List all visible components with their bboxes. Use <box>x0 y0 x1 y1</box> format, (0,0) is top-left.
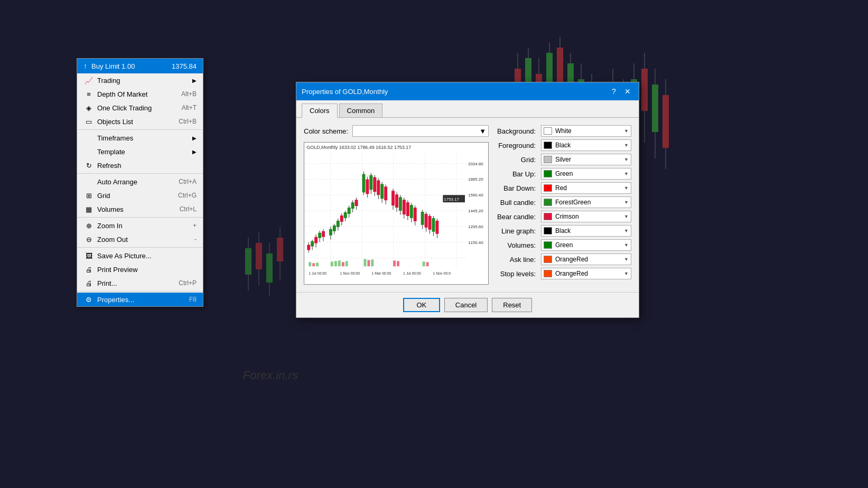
color-arrow-1: ▼ <box>624 143 629 148</box>
svg-text:1 Nov 00:00: 1 Nov 00:00 <box>340 271 360 275</box>
chart-info-text: GOLD,Monthly 1633.02 1786.49 1616.52 175… <box>306 145 411 150</box>
menu-divider <box>77 291 203 292</box>
savepic-icon: 🖼 <box>83 251 94 260</box>
svg-rect-122 <box>316 262 319 266</box>
color-dropdown-1[interactable]: Black▼ <box>541 139 631 151</box>
menu-item-trading[interactable]: 📈Trading▶ <box>77 73 203 87</box>
-icon <box>83 147 94 156</box>
color-name-0: White <box>555 127 621 135</box>
dialog-help-button[interactable]: ? <box>608 86 620 97</box>
dialog-close-button[interactable]: ✕ <box>622 86 633 97</box>
menu-item-one-click-trading[interactable]: ◈One Click TradingAlt+T <box>77 101 203 115</box>
svg-text:2034.80: 2034.80 <box>468 162 483 166</box>
svg-rect-29 <box>662 95 669 148</box>
reset-button[interactable]: Reset <box>492 298 532 312</box>
menu-item-label-print: Print... <box>97 279 174 287</box>
menu-item-shortcut-zoom-in: + <box>193 222 197 229</box>
menu-item-label-volumes: Volumes <box>97 205 175 213</box>
svg-text:1753.17: 1753.17 <box>444 197 459 202</box>
svg-text:1 Jul 00:00: 1 Jul 00:00 <box>309 271 326 275</box>
menu-item-arrow-template: ▶ <box>192 149 197 155</box>
tab-colors[interactable]: Colors <box>302 104 338 118</box>
menu-item-label-properties: Properties... <box>97 296 185 304</box>
svg-rect-101 <box>399 197 402 211</box>
color-dropdown-6[interactable]: Crimson▼ <box>541 211 631 222</box>
color-dropdown-4[interactable]: Red▼ <box>541 182 631 194</box>
svg-text:1885.20: 1885.20 <box>468 177 483 182</box>
menu-header-label: Buy Limit 1.00 <box>91 62 135 70</box>
menu-item-zoom-out[interactable]: ⊖Zoom Out- <box>77 232 203 246</box>
menu-item-zoom-in[interactable]: ⊕Zoom In+ <box>77 219 203 232</box>
svg-rect-25 <box>641 69 648 111</box>
menu-item-arrow-trading: ▶ <box>192 78 197 83</box>
svg-rect-71 <box>337 221 340 227</box>
ok-button[interactable]: OK <box>403 298 440 312</box>
color-arrow-7: ▼ <box>624 228 629 233</box>
color-scheme-select[interactable]: ▼ <box>352 125 489 137</box>
color-arrow-9: ▼ <box>624 257 629 262</box>
color-dropdown-2[interactable]: Silver▼ <box>541 154 631 165</box>
color-dropdown-8[interactable]: Green▼ <box>541 239 631 251</box>
svg-rect-69 <box>333 226 336 231</box>
svg-rect-125 <box>338 260 341 266</box>
refresh-icon: ↻ <box>83 161 94 170</box>
svg-rect-117 <box>432 218 435 232</box>
menu-header[interactable]: ↑ Buy Limit 1.00 1375.84 <box>77 59 203 73</box>
menu-item-label-objects-list: Objects List <box>97 118 174 126</box>
menu-item-shortcut-depth-of-market: Alt+B <box>181 90 197 98</box>
menu-item-refresh[interactable]: ↻Refresh <box>77 158 203 172</box>
color-dropdown-3[interactable]: Green▼ <box>541 168 631 180</box>
color-dropdown-0[interactable]: White▼ <box>541 125 631 137</box>
menu-item-shortcut-auto-arrange: Ctrl+A <box>179 178 197 185</box>
svg-rect-119 <box>435 221 438 234</box>
dialog-tabs: Colors Common <box>296 100 639 118</box>
color-label-5: Bull candle: <box>497 199 536 207</box>
menu-item-template[interactable]: Template▶ <box>77 145 203 158</box>
color-label-1: Foreground: <box>497 142 536 149</box>
svg-rect-83 <box>362 174 365 193</box>
menu-item-auto-arrange[interactable]: Auto ArrangeCtrl+A <box>77 175 203 189</box>
color-dropdown-5[interactable]: ForestGreen▼ <box>541 196 631 208</box>
color-swatch-3 <box>544 170 552 177</box>
menu-item-properties[interactable]: ⚙Properties...F8 <box>77 293 203 306</box>
svg-rect-95 <box>384 186 387 200</box>
menu-item-label-template: Template <box>97 148 190 156</box>
svg-rect-9 <box>557 48 563 85</box>
props-icon: ⚙ <box>83 295 94 304</box>
menu-item-volumes[interactable]: ▦VolumesCtrl+L <box>77 202 203 216</box>
svg-rect-75 <box>344 212 347 218</box>
menu-item-shortcut-one-click-trading: Alt+T <box>182 104 197 111</box>
cancel-button[interactable]: Cancel <box>444 298 488 312</box>
chart-canvas: GOLD,Monthly 1633.02 1786.49 1616.52 175… <box>304 142 489 285</box>
color-name-6: Crimson <box>555 213 621 220</box>
menu-item-timeframes[interactable]: Timeframes▶ <box>77 131 203 145</box>
menu-item-shortcut-volumes: Ctrl+L <box>180 205 197 213</box>
menu-divider <box>77 173 203 174</box>
menu-item-grid[interactable]: ⊞GridCtrl+G <box>77 189 203 202</box>
svg-rect-61 <box>314 237 318 243</box>
menu-divider <box>77 129 203 130</box>
tab-common[interactable]: Common <box>339 104 383 117</box>
color-dropdown-7[interactable]: Black▼ <box>541 225 631 237</box>
menu-item-label-zoom-in: Zoom In <box>97 222 189 230</box>
header-arrow-icon: ↑ <box>83 62 87 70</box>
color-arrow-10: ▼ <box>624 271 629 276</box>
color-label-7: Line graph: <box>497 227 536 235</box>
color-name-4: Red <box>555 184 621 192</box>
menu-item-objects-list[interactable]: ▭Objects ListCtrl+B <box>77 115 203 128</box>
color-name-2: Silver <box>555 156 621 163</box>
svg-rect-81 <box>355 200 358 206</box>
menu-item-print[interactable]: 🖨Print...Ctrl+P <box>77 276 203 290</box>
color-dropdown-9[interactable]: OrangeRed▼ <box>541 254 631 265</box>
zoomout-icon: ⊖ <box>83 235 94 243</box>
menu-item-save-picture[interactable]: 🖼Save As Picture... <box>77 249 203 262</box>
color-dropdown-10[interactable]: OrangeRed▼ <box>541 268 631 279</box>
svg-text:1 Jul 00:00: 1 Jul 00:00 <box>403 271 421 275</box>
svg-rect-127 <box>346 261 348 266</box>
menu-item-print-preview[interactable]: 🖨Print Preview <box>77 262 203 276</box>
dialog-content: Color scheme: ▼ GOLD,Monthly 1633.02 178… <box>296 118 639 292</box>
svg-rect-93 <box>380 184 384 199</box>
menu-item-label-depth-of-market: Depth Of Market <box>97 90 177 98</box>
menu-item-depth-of-market[interactable]: ≡Depth Of MarketAlt+B <box>77 87 203 101</box>
svg-rect-57 <box>307 245 310 250</box>
